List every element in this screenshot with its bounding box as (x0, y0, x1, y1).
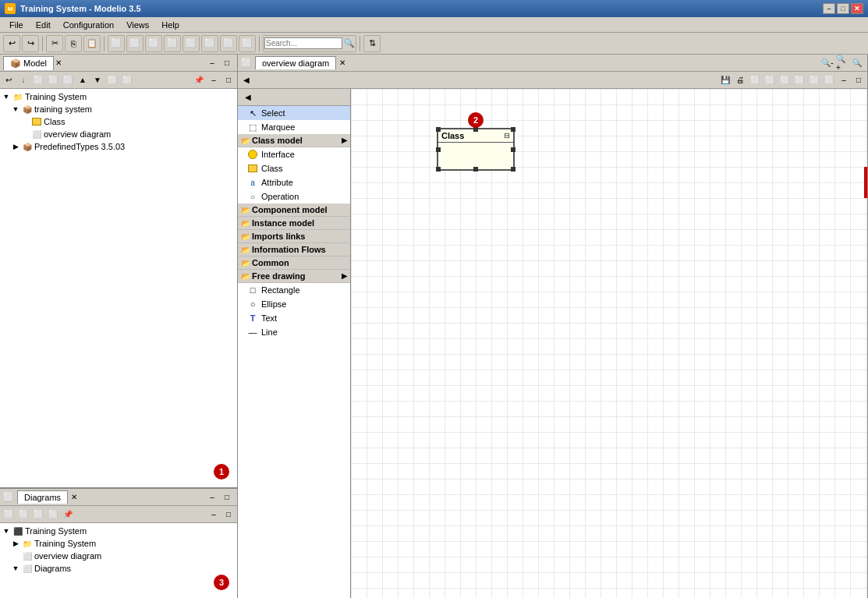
toolbar-btn5[interactable]: ⬜ (182, 35, 200, 52)
minimize-button[interactable]: – (823, 3, 835, 14)
menu-file[interactable]: File (3, 19, 30, 31)
canvas-tb-nav[interactable]: ◀ (239, 74, 253, 87)
palette-item-operation[interactable]: ○ Operation (238, 189, 350, 203)
palette-infoflows-header[interactable]: 📂 Information Flows (238, 243, 350, 257)
diag-tb-pin[interactable]: 📌 (61, 508, 75, 521)
diagrams-tab[interactable]: Diagrams (17, 490, 68, 504)
handle-tr[interactable] (511, 127, 515, 132)
palette-class-model-header[interactable]: 📂 Class model ▶ (238, 134, 350, 147)
toolbar-btn6[interactable]: ⬜ (201, 35, 218, 52)
menu-edit[interactable]: Edit (30, 19, 57, 31)
toolbar-btn8[interactable]: ⬜ (239, 35, 256, 52)
model-tb-btn6[interactable]: ▲ (76, 74, 90, 87)
diag-tb-btn3[interactable]: ⬜ (31, 508, 45, 521)
tree-item-overview[interactable]: ⬜ overview diagram (20, 128, 236, 140)
model-tab[interactable]: 📦 Model (3, 56, 54, 70)
model-close-icon[interactable]: ✕ (55, 58, 62, 67)
canvas-tb-print[interactable]: 🖨 (733, 74, 747, 87)
diag-tb-btn4[interactable]: ⬜ (46, 508, 60, 521)
model-tb-btn9[interactable]: ⬜ (120, 74, 134, 87)
palette-common-header[interactable]: 📂 Common (238, 257, 350, 270)
palette-item-select[interactable]: ↖ Select (238, 106, 350, 120)
canvas-tb-btn5[interactable]: ⬜ (807, 74, 821, 87)
palette-item-text[interactable]: T Text (238, 311, 350, 325)
canvas-tb-btn2[interactable]: ⬜ (763, 74, 777, 87)
diag-tree-training[interactable]: ▼ ⬛ Training System (2, 525, 236, 537)
model-tb-btn8[interactable]: ⬜ (105, 74, 119, 87)
model-tb-btn7[interactable]: ▼ (90, 74, 105, 87)
diag-tree-overview[interactable]: ⬜ overview diagram (11, 550, 236, 562)
model-tb-btn3[interactable]: ⬜ (31, 74, 45, 87)
model-tb-btn1[interactable]: ↩ (2, 74, 16, 87)
toolbar-cut[interactable]: ✂ (46, 35, 63, 52)
uml-class-toggle[interactable]: ⊟ (504, 132, 510, 140)
canvas-tb-btn3[interactable]: ⬜ (778, 74, 792, 87)
titlebar-controls[interactable]: – □ ✕ (823, 3, 863, 14)
maximize-button[interactable]: □ (837, 3, 849, 14)
canvas-close-icon[interactable]: ✕ (339, 58, 345, 67)
model-tb-max[interactable]: □ (221, 74, 236, 87)
close-button[interactable]: ✕ (851, 3, 863, 14)
toolbar-btn2[interactable]: ⬜ (126, 35, 143, 52)
toolbar-search[interactable]: 🔍 (263, 35, 356, 52)
toolbar-btn7[interactable]: ⬜ (220, 35, 237, 52)
model-maximize-btn[interactable]: □ (220, 57, 234, 69)
palette-item-attribute[interactable]: a Attribute (238, 175, 350, 189)
canvas-tb-btn4[interactable]: ⬜ (792, 74, 806, 87)
toolbar-sort[interactable]: ⇅ (363, 35, 381, 52)
model-tb-pin[interactable]: 📌 (192, 74, 206, 87)
palette-component-model-header[interactable]: 📂 Component model (238, 203, 350, 217)
palette-item-interface[interactable]: Interface (238, 147, 350, 161)
diag-tb-btn1[interactable]: ⬜ (2, 508, 16, 521)
palette-free-drawing-header[interactable]: 📂 Free drawing ▶ (238, 270, 350, 283)
toolbar-copy[interactable]: ⎘ (65, 35, 82, 52)
canvas-tab[interactable]: overview diagram (255, 56, 336, 69)
model-minimize-btn[interactable]: – (205, 57, 219, 69)
toolbar-btn3[interactable]: ⬜ (145, 35, 162, 52)
diag-tb-btn2[interactable]: ⬜ (16, 508, 30, 521)
handle-bm[interactable] (473, 167, 478, 172)
canvas-tb-max[interactable]: □ (852, 74, 866, 87)
diag-tree-ts2[interactable]: ▶ 📁 Training System (11, 537, 236, 550)
tree-item-class[interactable]: Class (20, 115, 236, 128)
toolbar-btn1[interactable]: ⬜ (108, 35, 125, 52)
palette-instance-model-header[interactable]: 📂 Instance model (238, 217, 350, 230)
canvas-zoom-in[interactable]: 🔍+ (835, 57, 849, 69)
model-tb-btn2[interactable]: ↓ (16, 74, 30, 87)
diagrams-min-btn[interactable]: – (205, 491, 219, 504)
menu-views[interactable]: Views (120, 19, 155, 31)
palette-imports-header[interactable]: 📂 Imports links (238, 230, 350, 243)
toolbar-btn4[interactable]: ⬜ (164, 35, 181, 52)
palette-item-class[interactable]: Class (238, 161, 350, 175)
model-tb-min[interactable]: – (207, 74, 221, 87)
palette-item-line[interactable]: — Line (238, 325, 350, 339)
handle-bl[interactable] (436, 167, 441, 172)
canvas-tb-min[interactable]: – (837, 74, 851, 87)
canvas-zoom-out[interactable]: 🔍- (820, 57, 834, 69)
palette-item-ellipse[interactable]: ○ Ellipse (238, 297, 350, 311)
handle-ml[interactable] (436, 147, 441, 152)
model-tb-btn4[interactable]: ⬜ (46, 74, 60, 87)
handle-mr[interactable] (511, 147, 515, 152)
canvas-zoom-reset[interactable]: 🔍 (850, 57, 864, 69)
toolbar-undo[interactable]: ↩ (3, 35, 20, 52)
diag-tb-min[interactable]: – (207, 508, 221, 521)
tree-item-predefined[interactable]: ▶ 📦 PredefinedTypes 3.5.03 (11, 140, 236, 153)
palette-nav-btn[interactable]: ◀ (241, 91, 255, 104)
toolbar-paste[interactable]: 📋 (83, 35, 101, 52)
tree-item-training-system[interactable]: ▼ 📁 Training System (2, 90, 236, 103)
handle-br[interactable] (511, 167, 515, 172)
canvas-tb-btn1[interactable]: ⬜ (748, 74, 762, 87)
canvas-tb-btn6[interactable]: ⬜ (822, 74, 836, 87)
menu-help[interactable]: Help (155, 19, 186, 31)
diag-tb-max[interactable]: □ (221, 508, 236, 521)
diag-tree-diagrams[interactable]: ▼ ⬜ Diagrams (11, 562, 236, 575)
uml-class-box[interactable]: Class ⊟ (437, 128, 515, 171)
diagrams-close-icon[interactable]: ✕ (71, 493, 77, 501)
palette-item-marquee[interactable]: ⬚ Marquee (238, 120, 350, 134)
tree-item-training[interactable]: ▼ 📦 training system (11, 103, 236, 115)
canvas-tb-save[interactable]: 💾 (718, 74, 732, 87)
palette-item-rectangle[interactable]: □ Rectangle (238, 283, 350, 297)
handle-tl[interactable] (436, 127, 441, 132)
diagrams-max-btn[interactable]: □ (220, 491, 234, 504)
